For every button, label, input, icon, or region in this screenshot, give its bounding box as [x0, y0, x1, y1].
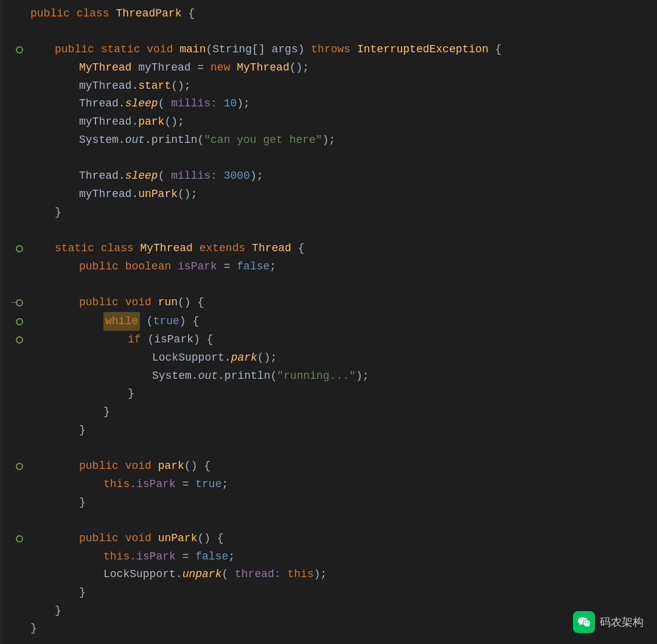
gutter-dot: [16, 336, 23, 344]
code-token: public: [79, 258, 125, 276]
code-token: Thread.: [79, 95, 125, 113]
watermark: 码农架构: [573, 611, 644, 633]
code-token: this: [103, 476, 130, 494]
code-editor: public class ThreadPark { public static …: [0, 0, 657, 644]
code-token: ;: [269, 258, 276, 276]
code-token: );: [314, 566, 327, 584]
code-token: main: [179, 41, 206, 59]
code-token: System.: [79, 131, 125, 150]
code-token: (String[] args): [206, 41, 311, 59]
code-token: millis:: [171, 167, 217, 185]
code-token: [281, 566, 288, 584]
code-token: millis:: [171, 95, 217, 113]
code-line: }: [30, 204, 650, 222]
code-token: ();: [290, 59, 309, 77]
code-token: 10: [217, 95, 237, 113]
code-token: =: [182, 548, 196, 566]
code-token: InterruptedException: [357, 41, 495, 59]
code-line: [30, 440, 650, 458]
code-line: }: [30, 385, 650, 403]
code-token: ();: [171, 77, 190, 95]
code-line: this.isPark = false;: [30, 548, 650, 566]
gutter-dot: [16, 299, 23, 306]
code-token: park: [231, 349, 257, 367]
code-token: false: [195, 548, 228, 566]
wechat-icon: [573, 611, 595, 633]
code-token: class: [77, 5, 116, 23]
code-line: Thread.sleep( millis: 3000);: [30, 167, 650, 185]
code-token: myThread.: [79, 185, 138, 204]
code-token: MyThread: [237, 59, 289, 77]
code-token: .println(: [218, 367, 277, 386]
code-line: }: [30, 602, 650, 620]
code-token: true: [153, 313, 179, 331]
code-token: start: [138, 77, 171, 95]
code-line: while (true) {: [30, 312, 650, 331]
code-content: public class ThreadPark { public static …: [23, 0, 657, 643]
gutter-dot: [16, 463, 23, 470]
code-token: myThread: [138, 59, 197, 77]
code-token: out: [125, 131, 145, 150]
code-token: unPark: [138, 185, 178, 204]
code-token: void: [125, 457, 158, 476]
code-line: [30, 221, 650, 240]
code-token: while: [103, 312, 140, 331]
code-token: );: [237, 95, 250, 113]
code-token: sleep: [125, 95, 158, 113]
code-token: () {: [184, 457, 210, 476]
code-token: =: [197, 59, 210, 77]
code-token: park: [138, 113, 164, 131]
code-token: park: [158, 457, 184, 476]
code-token: LockSupport.: [152, 349, 231, 367]
code-token: void: [125, 294, 158, 312]
code-line: }: [30, 421, 650, 440]
code-line: }: [30, 620, 650, 638]
code-token: public: [30, 5, 77, 23]
code-token: isPark: [178, 258, 224, 276]
code-line: public static void main(String[] args) t…: [30, 41, 650, 59]
code-token: }: [103, 403, 110, 421]
code-token: false: [237, 258, 269, 276]
code-line: →public void run() {: [30, 294, 650, 312]
code-token: myThread.: [79, 113, 138, 131]
code-line: public void park() {: [30, 457, 650, 476]
code-token: unpark: [182, 566, 222, 584]
code-token: class: [101, 240, 141, 258]
gutter-dot: [16, 245, 23, 252]
code-token: =: [224, 258, 237, 276]
code-token: }: [55, 602, 61, 620]
code-token: ) {: [179, 313, 199, 331]
code-token: 3000: [217, 167, 250, 185]
code-token: }: [55, 204, 61, 222]
code-token: );: [250, 167, 263, 185]
code-line: [30, 511, 650, 530]
code-token: () {: [178, 294, 204, 312]
gutter-dot: [16, 318, 23, 325]
code-token: (: [158, 167, 172, 185]
code-line: [30, 275, 650, 294]
gutter-dot: [16, 46, 23, 54]
code-token: ;: [221, 476, 228, 494]
code-token: ();: [164, 113, 184, 131]
left-gutter-bar: [0, 0, 3, 644]
code-token: ;: [228, 548, 235, 566]
code-line: static class MyThread extends Thread {: [30, 240, 650, 258]
code-token: {: [298, 240, 305, 258]
code-token: this: [287, 566, 313, 584]
code-line: MyThread myThread = new MyThread();: [30, 59, 650, 77]
code-token: Thread.: [79, 167, 125, 185]
code-line: }: [30, 584, 650, 602]
code-token: LockSupport.: [103, 566, 182, 584]
code-line: Thread.sleep( millis: 10);: [30, 95, 650, 113]
code-token: new: [210, 59, 237, 77]
code-line: LockSupport.unpark( thread: this);: [30, 566, 650, 584]
code-line: LockSupport.park();: [30, 349, 650, 367]
code-line: if (isPark) {: [30, 331, 650, 349]
code-token: );: [322, 131, 336, 150]
code-token: );: [356, 367, 369, 386]
code-token: .isPark: [130, 476, 182, 494]
code-token: ();: [178, 185, 197, 204]
code-line: }: [30, 494, 650, 512]
code-token: void: [147, 41, 179, 59]
code-token: "can you get here": [204, 131, 322, 150]
